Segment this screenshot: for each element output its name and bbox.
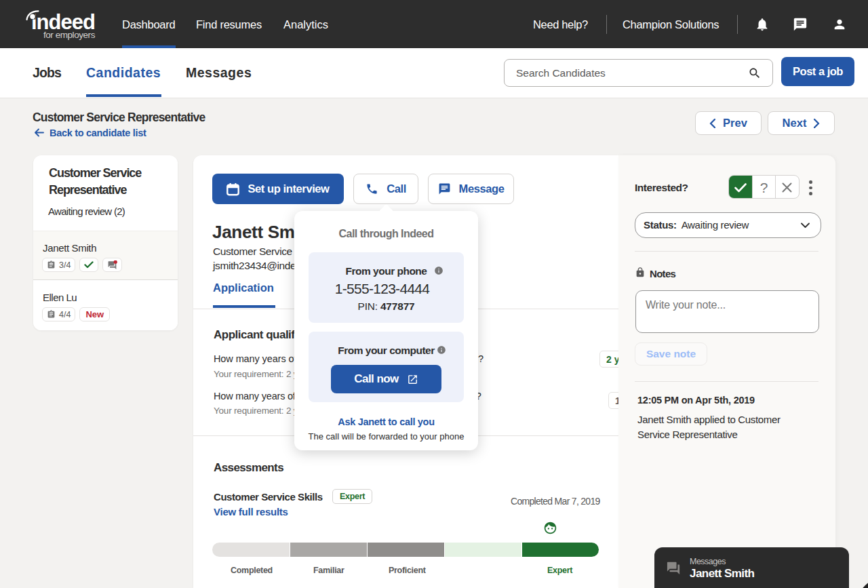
- svg-text:for employers: for employers: [43, 30, 96, 40]
